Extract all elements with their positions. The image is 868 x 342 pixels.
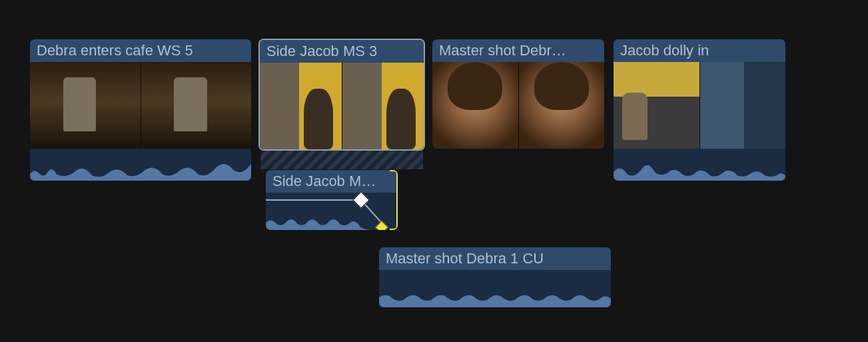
clip-side-jacob-ms[interactable]: Side Jacob MS 3: [258, 39, 425, 151]
timeline-canvas[interactable]: Debra enters cafe WS 5 Side Jacob MS 3 M…: [0, 0, 868, 342]
clip-title: Side Jacob M…: [266, 170, 398, 193]
thumbnail: [432, 62, 519, 149]
clip-jacob-dolly-in[interactable]: Jacob dolly in: [613, 39, 786, 181]
clip-thumbnails: [614, 62, 785, 149]
connected-audio-master-shot-debra[interactable]: Master shot Debra 1 CU: [378, 247, 612, 308]
detached-audio-link-region: [260, 151, 424, 169]
audio-waveform[interactable]: [266, 193, 398, 230]
detached-audio-side-jacob[interactable]: Side Jacob M…: [265, 169, 398, 231]
thumbnail: [342, 63, 424, 149]
thumbnail: [614, 62, 700, 149]
thumbnail: [30, 62, 141, 149]
clip-title: Master shot Debr…: [432, 39, 604, 62]
clip-thumbnails: [432, 62, 604, 149]
clip-thumbnails: [260, 63, 424, 149]
clip-title: Master shot Debra 1 CU: [379, 247, 611, 270]
thumbnail: [700, 62, 786, 149]
thumbnail: [141, 62, 252, 149]
clip-debra-enters-cafe[interactable]: Debra enters cafe WS 5: [29, 39, 252, 181]
thumbnail: [260, 63, 342, 149]
clip-master-shot-debra[interactable]: Master shot Debr…: [432, 39, 605, 149]
thumbnail: [519, 62, 605, 149]
clip-audio-waveform[interactable]: [614, 149, 785, 181]
clip-title: Debra enters cafe WS 5: [30, 39, 251, 62]
clip-title: Jacob dolly in: [614, 39, 785, 62]
clip-thumbnails: [30, 62, 251, 149]
clip-audio-waveform[interactable]: [30, 149, 251, 181]
clip-title: Side Jacob MS 3: [260, 40, 424, 63]
audio-waveform[interactable]: [379, 270, 611, 307]
